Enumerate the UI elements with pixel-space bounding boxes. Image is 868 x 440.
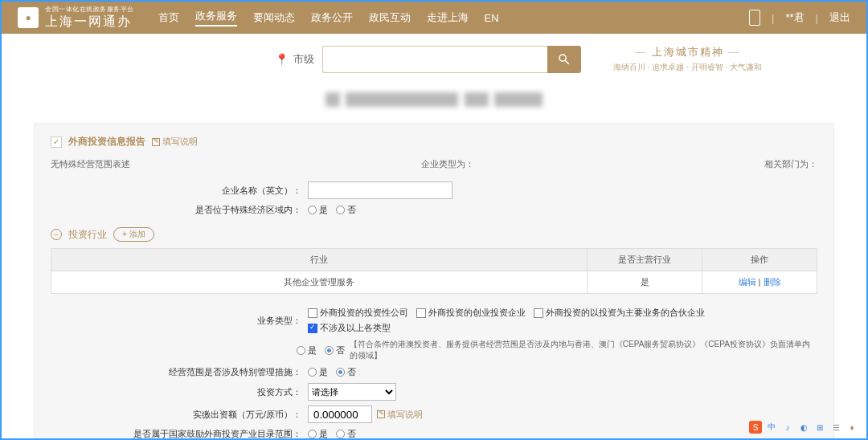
catalog-yes-radio[interactable] bbox=[308, 430, 317, 438]
topbar: ● 全国一体化在线政务服务平台 上海一网通办 首页 政务服务 要闻动态 政务公开… bbox=[2, 2, 866, 34]
spirit-title: 上海城市精神 bbox=[613, 45, 762, 59]
search-row: 📍 市级 上海城市精神 海纳百川 · 追求卓越 · 开明睿智 · 大气谦和 bbox=[2, 34, 866, 84]
industry-table: 行业 是否主营行业 操作 其他企业管理服务 是 编辑 | 删除 bbox=[51, 248, 817, 294]
meta-type: 企业类型为： bbox=[421, 158, 474, 170]
delete-link[interactable]: 删除 bbox=[764, 277, 781, 287]
name-en-input[interactable] bbox=[308, 181, 452, 199]
cell-industry: 其他企业管理服务 bbox=[51, 271, 588, 294]
col-main: 是否主营行业 bbox=[588, 249, 702, 271]
page-heading-redacted bbox=[2, 84, 866, 123]
logo-text: 全国一体化在线政务服务平台 上海一网通办 bbox=[45, 5, 134, 31]
nav-about[interactable]: 走进上海 bbox=[427, 10, 469, 25]
invest-mode-select[interactable]: 请选择 bbox=[308, 383, 396, 401]
zone-no-radio[interactable] bbox=[336, 206, 345, 214]
search-input[interactable] bbox=[322, 46, 547, 73]
nav-en[interactable]: EN bbox=[485, 12, 499, 24]
tray-icon[interactable]: ♦ bbox=[845, 421, 858, 434]
mgmt-no-radio[interactable] bbox=[336, 368, 345, 377]
location-pin-icon: 📍 bbox=[275, 53, 289, 66]
name-en-label: 企业名称（英文）： bbox=[51, 185, 308, 197]
special-zone-label: 是否位于特殊经济区域内： bbox=[51, 204, 308, 216]
tray-icon[interactable]: ⊞ bbox=[813, 421, 826, 434]
hk-no-radio[interactable] bbox=[325, 346, 334, 355]
cell-main: 是 bbox=[588, 271, 702, 294]
nav-interact[interactable]: 政民互动 bbox=[369, 10, 411, 25]
biztype-opt2[interactable] bbox=[416, 308, 426, 318]
tray-icon[interactable]: S bbox=[749, 421, 762, 434]
table-row: 其他企业管理服务 是 编辑 | 删除 bbox=[51, 271, 817, 294]
hk-yes-radio[interactable] bbox=[297, 346, 305, 355]
tray-icon[interactable]: 中 bbox=[765, 421, 778, 434]
logo-subtitle: 全国一体化在线政务服务平台 bbox=[45, 5, 134, 14]
catalog-label: 是否属于国家鼓励外商投资产业目录范围： bbox=[51, 428, 308, 440]
meta-scope: 无特殊经营范围表述 bbox=[51, 158, 130, 170]
biztype-opt3[interactable] bbox=[534, 308, 543, 318]
paid-capital-input[interactable] bbox=[308, 405, 372, 423]
biztype-opt4[interactable] bbox=[308, 324, 317, 333]
nav-home[interactable]: 首页 bbox=[158, 10, 179, 25]
tray-icon[interactable]: ♪ bbox=[781, 421, 794, 434]
spirit-tags: 海纳百川 · 追求卓越 · 开明睿智 · 大气谦和 bbox=[613, 62, 762, 73]
main-nav: 首页 政务服务 要闻动态 政务公开 政民互动 走进上海 EN bbox=[158, 9, 499, 26]
capital-fill-link[interactable]: 填写说明 bbox=[377, 409, 423, 421]
invest-mode-label: 投资方式： bbox=[51, 386, 308, 398]
hk-note: 【符合条件的港澳投资者、服务提供者经营范围是否涉及内地与香港、澳门《CEPA服务… bbox=[350, 339, 817, 361]
tray-icon[interactable]: ◐ bbox=[797, 421, 810, 434]
edit-link[interactable]: 编辑 bbox=[739, 277, 756, 287]
logo-icon: ● bbox=[18, 7, 39, 28]
biztype-opt1[interactable] bbox=[308, 308, 317, 318]
col-industry: 行业 bbox=[51, 249, 588, 271]
edit-icon bbox=[377, 410, 385, 418]
catalog-no-radio[interactable] bbox=[336, 430, 345, 438]
mgmt-yes-radio[interactable] bbox=[308, 368, 317, 377]
city-spirit: 上海城市精神 海纳百川 · 追求卓越 · 开明睿智 · 大气谦和 bbox=[613, 45, 762, 73]
paid-capital-label: 实缴出资额（万元/原币）： bbox=[51, 409, 308, 421]
special-mgmt-label: 经营范围是否涉及特别管理措施： bbox=[51, 366, 308, 378]
zone-yes-radio[interactable] bbox=[308, 206, 317, 214]
biz-type-label: 业务类型： bbox=[51, 315, 308, 327]
nav-services[interactable]: 政务服务 bbox=[195, 9, 237, 26]
edit-icon bbox=[152, 138, 160, 146]
report-checkbox[interactable] bbox=[51, 136, 62, 148]
nav-open[interactable]: 政务公开 bbox=[311, 10, 353, 25]
fill-instructions-link[interactable]: 填写说明 bbox=[152, 136, 198, 148]
tray-icon[interactable]: ☰ bbox=[829, 421, 842, 434]
logo-title: 上海一网通办 bbox=[45, 14, 134, 31]
nav-news[interactable]: 要闻动态 bbox=[253, 10, 295, 25]
industry-section-title: 投资行业 bbox=[68, 228, 107, 242]
search-icon bbox=[557, 52, 571, 67]
main-panel: 外商投资信息报告 填写说明 无特殊经营范围表述 企业类型为： 相关部门为： 企业… bbox=[34, 123, 834, 440]
report-title: 外商投资信息报告 bbox=[68, 135, 145, 149]
meta-dept: 相关部门为： bbox=[764, 158, 817, 170]
phone-icon[interactable] bbox=[749, 10, 760, 26]
col-op: 操作 bbox=[702, 249, 817, 271]
system-tray: S 中 ♪ ◐ ⊞ ☰ ♦ bbox=[749, 421, 858, 434]
collapse-icon[interactable]: − bbox=[51, 229, 62, 240]
search-button[interactable] bbox=[547, 46, 581, 73]
add-industry-button[interactable]: + 添加 bbox=[113, 227, 154, 242]
logout-link[interactable]: 退出 bbox=[829, 10, 850, 25]
location-scope[interactable]: 市级 bbox=[293, 52, 314, 67]
user-name[interactable]: **君 bbox=[785, 10, 804, 25]
